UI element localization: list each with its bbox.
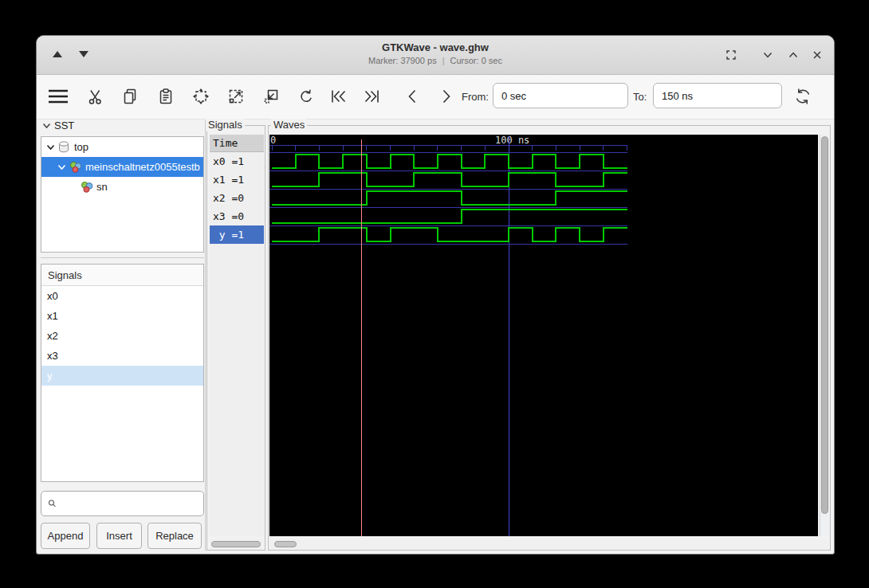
wave-name-row[interactable]: x3 =0 [210, 207, 264, 225]
wave-vertical-scrollbar[interactable] [820, 135, 830, 536]
search-icon [48, 497, 57, 510]
sst-tree[interactable]: topmeinschaltnetz0055testbsn [41, 136, 204, 253]
wave-trace-y [272, 228, 627, 241]
signal-list-item-x3[interactable]: x3 [41, 346, 203, 366]
wave-trace-x3 [272, 210, 627, 223]
wave-trace-x2 [272, 191, 627, 205]
scope-icon [58, 141, 71, 153]
previous-button[interactable] [401, 84, 425, 108]
zoom-fit-button[interactable] [189, 84, 213, 108]
signal-list-item-x2[interactable]: x2 [41, 326, 203, 346]
sst-tree-item-top[interactable]: top [41, 137, 203, 157]
wave-horizontal-scrollbar[interactable] [269, 539, 830, 549]
go-to-end-button[interactable] [360, 84, 384, 108]
wave-names-panel[interactable]: Time x0 =1x1 =1x2 =0x3 =0 y =1 [210, 135, 264, 536]
menu-button[interactable] [46, 84, 70, 108]
close-button[interactable] [810, 48, 824, 62]
wave-name-row[interactable]: x0 =1 [210, 152, 264, 171]
replace-button[interactable]: Replace [147, 523, 202, 549]
titlebar[interactable]: GTKWave - wave.ghw Marker: 37900 ps|Curs… [37, 36, 834, 75]
paste-icon [156, 87, 175, 106]
marker-status: Marker: 37900 ps [368, 56, 437, 65]
sst-tree-item-label: meinschaltnetz0055testb [85, 161, 200, 173]
zoom-in-button[interactable] [224, 84, 248, 108]
wave-trace-x0 [272, 155, 627, 168]
go-to-start-button[interactable] [326, 84, 350, 108]
signals-list[interactable]: x0x1x2x3y [41, 286, 203, 386]
signal-list-item-x1[interactable]: x1 [41, 306, 203, 326]
component-icon [69, 161, 82, 174]
wave-name-row[interactable]: x1 =1 [210, 171, 264, 189]
waves-frame-label: Waves [271, 119, 307, 131]
wave-canvas[interactable]: 0100 ns [269, 135, 818, 536]
timeline-label: 0 [270, 135, 276, 146]
chevron-up-icon [787, 49, 800, 61]
keep-above-button[interactable] [724, 48, 738, 62]
to-label: To: [633, 91, 647, 103]
from-label: From: [462, 91, 489, 103]
main-splitter[interactable] [205, 120, 206, 551]
reload-icon [792, 86, 813, 107]
chevron-down-icon[interactable] [69, 184, 78, 190]
next-button[interactable] [434, 84, 458, 108]
scrollbar-thumb[interactable] [274, 541, 297, 547]
sst-label: SST [54, 120, 74, 131]
window-status: Marker: 37900 ps|Cursor: 0 sec [37, 56, 834, 65]
skip-to-start-icon [327, 87, 349, 106]
zoom-out-icon [261, 87, 281, 106]
to-input[interactable] [653, 83, 782, 108]
reload-button[interactable] [791, 84, 815, 108]
signal-search-box[interactable] [41, 491, 204, 516]
copy-button[interactable] [118, 84, 142, 108]
chevron-right-icon [436, 87, 455, 106]
toolbar: From: To: [37, 75, 834, 120]
search-input[interactable] [57, 491, 203, 516]
chevron-down-icon[interactable] [57, 164, 67, 171]
copy-icon [120, 87, 140, 106]
screen-background: GTKWave - wave.ghw Marker: 37900 ps|Curs… [0, 0, 869, 588]
chevron-down-icon[interactable] [46, 144, 56, 151]
undo-icon [296, 87, 315, 106]
sst-tree-item-label: sn [96, 181, 108, 193]
from-input[interactable] [493, 83, 628, 108]
sst-tree-item-sn[interactable]: sn [41, 177, 203, 197]
scrollbar-thumb[interactable] [821, 136, 828, 514]
signals-list-panel: Signals x0x1x2x3y [41, 264, 204, 482]
undo-button[interactable] [293, 84, 317, 108]
chevron-down-icon [761, 49, 774, 61]
chevron-left-icon [403, 87, 423, 106]
timeline-label: 100 ns [495, 135, 529, 146]
sst-tree-item-label: top [74, 141, 88, 153]
append-button[interactable]: Append [41, 523, 90, 549]
sst-tree-item-meinschaltnetz0055testb[interactable]: meinschaltnetz0055testb [41, 157, 203, 177]
signal-list-item-x0[interactable]: x0 [41, 286, 203, 306]
keep-above-icon [725, 49, 737, 61]
gtkwave-window: GTKWave - wave.ghw Marker: 37900 ps|Curs… [36, 35, 835, 555]
names-horizontal-scrollbar[interactable] [210, 539, 264, 549]
time-header: Time [210, 135, 264, 152]
wave-trace-x1 [272, 173, 627, 186]
status-separator: | [442, 56, 445, 65]
signal-list-item-y[interactable]: y [41, 366, 203, 386]
menu-icon [46, 85, 70, 108]
zoom-out-button[interactable] [259, 84, 283, 108]
left-splitter[interactable] [41, 257, 204, 261]
sst-expander[interactable]: SST [42, 120, 74, 131]
minimize-button[interactable] [761, 48, 775, 62]
chevron-down-icon [42, 123, 51, 129]
paste-button[interactable] [154, 84, 178, 108]
window-title: GTKWave - wave.ghw [37, 41, 834, 53]
wave-name-row[interactable]: x2 =0 [210, 189, 264, 207]
maximize-button[interactable] [786, 48, 800, 62]
signals-list-header: Signals [41, 265, 203, 286]
zoom-in-icon [226, 87, 246, 106]
wave-name-rows: x0 =1x1 =1x2 =0x3 =0 y =1 [210, 152, 264, 244]
wave-name-row[interactable]: y =1 [210, 225, 264, 244]
insert-button[interactable]: Insert [96, 523, 142, 549]
skip-to-end-icon [361, 87, 383, 106]
cursor-status: Cursor: 0 sec [450, 56, 502, 65]
waveform-plot: 0100 ns [269, 135, 818, 536]
cut-button[interactable] [84, 84, 108, 108]
scrollbar-thumb[interactable] [211, 541, 261, 547]
close-icon [811, 49, 824, 61]
